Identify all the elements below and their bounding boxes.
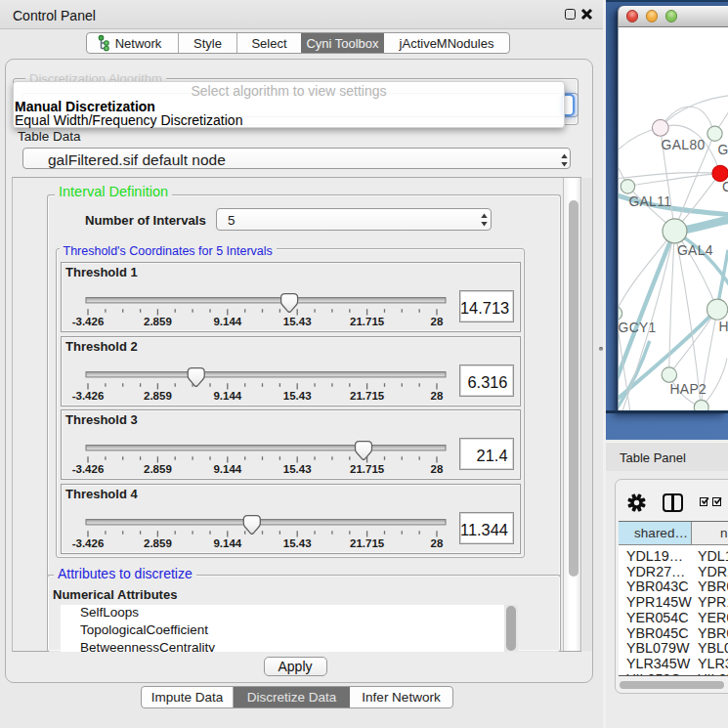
- svg-text:GA: GA: [718, 142, 728, 157]
- svg-text:HAP2: HAP2: [670, 381, 707, 397]
- svg-text:GAL80: GAL80: [662, 137, 706, 152]
- svg-text:GCY1: GCY1: [619, 320, 657, 335]
- svg-text:C: C: [722, 179, 728, 194]
- svg-text:HA: HA: [719, 319, 728, 334]
- svg-text:GAL11: GAL11: [628, 193, 671, 209]
- svg-text:GAL4: GAL4: [677, 242, 713, 258]
